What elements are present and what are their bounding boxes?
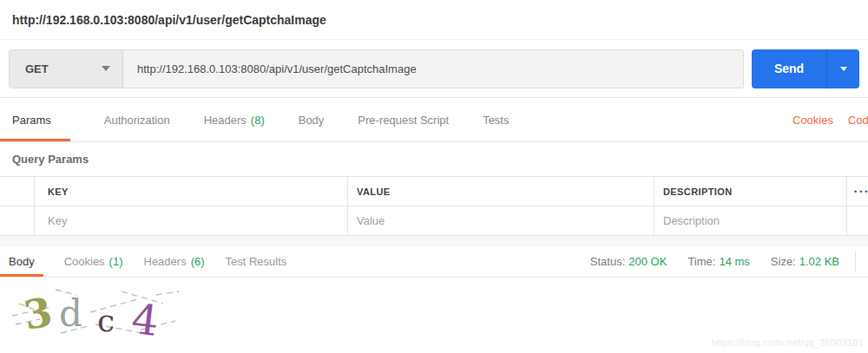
row-actions-cell [847,206,868,235]
captcha-char-3: c [97,303,115,338]
tab-tests[interactable]: Tests [483,98,509,141]
code-link[interactable]: Code [848,114,868,127]
chevron-down-icon [102,66,110,71]
tab-label: Headers [204,114,247,127]
tab-links: Cookies Code [792,98,868,141]
method-select[interactable]: GET [10,50,123,88]
status-label: Status: [590,255,625,268]
send-button[interactable]: Send [752,49,826,88]
tab-label: Cookies [64,255,105,268]
tab-count-badge: (1) [109,255,123,268]
status-value: 200 OK [628,255,667,268]
params-options-icon[interactable]: ••• [847,187,868,196]
response-tab-test-results[interactable]: Test Results [226,246,287,277]
request-title-bar: http://192.168.0.103:8080/api/v1/user/ge… [0,0,868,40]
tab-label: Pre-request Script [358,114,449,127]
size-badge: Size:1.02 KB [771,255,839,268]
url-input[interactable] [123,50,743,88]
time-badge: Time:14 ms [687,255,749,268]
value-input[interactable] [357,214,654,227]
tab-headers[interactable]: Headers (8) [204,98,265,141]
send-group: Send [752,49,859,88]
column-header-key: KEY [48,186,69,197]
tab-pre-request-script[interactable]: Pre-request Script [358,98,449,141]
tab-label: Test Results [226,255,287,268]
tab-label: Tests [483,114,509,127]
captcha-char-2: d [59,292,82,335]
response-meta: Status:200 OK Time:14 ms Size:1.02 KB [569,246,868,277]
row-select-cell [0,177,35,206]
watermark: https://blog.csdn.net/qq_26003101 [712,337,864,348]
response-body: 3 d c 4 https://blog.csdn.net/qq_2600310… [0,278,868,353]
tab-count-badge: (6) [191,255,205,268]
params-table-header-row: KEY VALUE DESCRIPTION ••• [0,177,868,206]
tab-authorization[interactable]: Authorization [104,98,170,141]
params-table: KEY VALUE DESCRIPTION ••• [0,176,868,236]
method-label: GET [25,62,49,75]
query-params-header: Query Params [0,142,868,176]
response-tab-cookies[interactable]: Cookies (1) [64,246,123,277]
query-params-title: Query Params [12,153,89,166]
time-value: 14 ms [719,255,749,268]
tab-label: Headers [144,255,187,268]
pane-splitter[interactable] [0,236,868,246]
response-tabs: Body Cookies (1) Headers (6) Test Result… [0,246,868,278]
captcha-char-4: 4 [129,294,161,343]
response-tab-body[interactable]: Body [0,246,43,277]
time-label: Time: [687,255,715,268]
response-tab-headers[interactable]: Headers (6) [144,246,205,277]
meta-divider [855,252,856,272]
tab-label: Body [299,114,325,127]
chevron-down-icon [840,67,847,71]
url-group: GET [9,49,744,88]
tab-label: Authorization [104,114,170,127]
captcha-char-1: 3 [20,288,56,339]
size-value: 1.02 KB [799,255,839,268]
tab-count-badge: (8) [251,114,265,127]
column-header-value: VALUE [357,186,390,197]
tab-body[interactable]: Body [299,98,325,141]
tab-label: Body [9,255,35,268]
send-options-button[interactable] [826,49,859,88]
request-tabs: Params Authorization Headers (8) Body Pr… [0,98,868,142]
status-badge: Status:200 OK [590,255,667,268]
request-title: http://192.168.0.103:8080/api/v1/user/ge… [12,13,326,27]
tab-params[interactable]: Params [0,98,70,141]
column-header-description: DESCRIPTION [663,186,733,197]
params-table-row [0,206,868,236]
description-input[interactable] [663,214,846,227]
captcha-image: 3 d c 4 [10,281,188,343]
cookies-link[interactable]: Cookies [792,114,833,127]
request-bar: GET Send [0,40,868,98]
tab-label: Params [12,114,51,127]
key-input[interactable] [48,214,347,227]
size-label: Size: [771,255,796,268]
row-select-cell [0,206,35,235]
